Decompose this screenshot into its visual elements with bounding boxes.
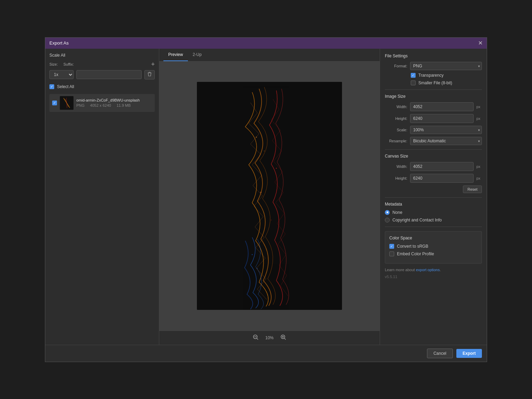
image-scale-select[interactable]: 100% 200% 50%	[410, 126, 482, 134]
format-select[interactable]: PNG JPEG GIF SVG WebP	[410, 62, 482, 70]
smaller-file-checkbox[interactable]	[411, 80, 416, 85]
embed-profile-checkbox[interactable]	[389, 251, 394, 256]
cancel-button[interactable]: Cancel	[427, 349, 453, 358]
image-height-label: Height:	[385, 116, 407, 121]
file-meta: PNG 4052 x 6240 11.9 MB	[76, 103, 152, 107]
divider-4	[385, 227, 482, 227]
zoom-in-icon	[280, 334, 286, 341]
svg-line-13	[257, 339, 258, 340]
smaller-file-label: Smaller File (8-bit)	[418, 80, 452, 85]
file-item: ✓ omid-armin-ZxCoF_d9BWU-unsplash PNG 40…	[49, 94, 155, 112]
left-panel: Scale All Size: Suffix: + 1x 2x 3x	[45, 49, 159, 345]
image-width-row: Width: px	[385, 102, 482, 111]
canvas-height-px: px	[476, 176, 482, 180]
divider-2	[385, 149, 482, 150]
canvas-width-row: Width: px	[385, 162, 482, 171]
copyright-radio-row: Copyright and Contact Info	[385, 218, 482, 222]
canvas-width-px: px	[476, 164, 482, 169]
image-scale-label: Scale:	[385, 128, 407, 132]
right-panel: File Settings Format: PNG JPEG GIF SVG W…	[380, 49, 487, 345]
canvas-height-row: Height: px	[385, 174, 482, 183]
resample-select[interactable]: Bicubic Automatic Bilinear Preserve Deta…	[410, 137, 482, 145]
center-panel: Preview 2-Up	[159, 49, 380, 345]
suffix-label: Suffix:	[63, 62, 74, 66]
export-dialog: Export As ✕ Scale All Size: Suffix: + 1x…	[45, 37, 487, 362]
svg-rect-4	[197, 82, 342, 310]
select-all-row: ✓ Select All	[49, 84, 155, 89]
convert-srgb-checkbox[interactable]: ✓	[389, 244, 394, 249]
zoom-level: 10%	[263, 335, 276, 340]
format-label: Format:	[385, 64, 407, 68]
learn-more-text: Learn more about	[385, 268, 416, 272]
file-info: omid-armin-ZxCoF_d9BWU-unsplash PNG 4052…	[76, 98, 152, 107]
size-suffix-row: Size: Suffix: +	[49, 61, 155, 67]
suffix-input[interactable]	[76, 70, 142, 79]
svg-point-10	[252, 254, 253, 255]
canvas-height-input[interactable]	[410, 174, 474, 183]
export-button[interactable]: Export	[456, 349, 482, 358]
export-options-link[interactable]: export options	[416, 268, 440, 272]
copyright-radio[interactable]	[385, 218, 390, 222]
zoom-out-icon	[253, 334, 259, 341]
close-button[interactable]: ✕	[478, 40, 483, 46]
image-width-input[interactable]	[410, 102, 474, 111]
select-all-label: Select All	[57, 84, 74, 89]
image-width-px: px	[476, 105, 482, 109]
preview-area	[159, 61, 380, 331]
canvas-height-label: Height:	[385, 176, 407, 180]
image-height-row: Height: px	[385, 114, 482, 123]
transparency-checkbox[interactable]: ✓	[411, 73, 416, 78]
file-format: PNG	[76, 103, 85, 107]
format-row: Format: PNG JPEG GIF SVG WebP ▾	[385, 62, 482, 70]
zoom-out-button[interactable]	[251, 334, 260, 342]
scale-select[interactable]: 1x 2x 3x	[49, 70, 74, 79]
period: .	[440, 268, 441, 272]
size-label: Size:	[49, 62, 58, 66]
bottom-bar: Cancel Export	[45, 345, 487, 362]
image-size-title: Image Size	[385, 94, 482, 99]
dialog-title: Export As	[49, 40, 69, 46]
svg-point-8	[276, 168, 277, 169]
image-scale-row: Scale: 100% 200% 50% ▾	[385, 126, 482, 134]
title-bar: Export As ✕	[45, 38, 487, 49]
resample-label: Resample:	[385, 139, 407, 143]
zoom-bar: 10%	[159, 331, 380, 345]
file-dimensions: 4052 x 6240	[90, 103, 111, 107]
image-width-label: Width:	[385, 105, 407, 109]
canvas-size-title: Canvas Size	[385, 154, 482, 159]
reset-button[interactable]: Reset	[463, 186, 482, 193]
copyright-label: Copyright and Contact Info	[392, 218, 442, 222]
convert-srgb-row: ✓ Convert to sRGB	[389, 244, 477, 249]
tab-preview[interactable]: Preview	[163, 49, 188, 61]
dialog-content: Scale All Size: Suffix: + 1x 2x 3x	[45, 49, 487, 345]
none-radio[interactable]	[385, 210, 390, 215]
image-height-input[interactable]	[410, 114, 474, 123]
select-all-checkbox[interactable]: ✓	[49, 84, 54, 89]
version-text: v5.5.11	[385, 275, 482, 279]
svg-line-16	[285, 339, 286, 340]
color-space-section: Color Space ✓ Convert to sRGB Embed Colo…	[385, 231, 482, 264]
divider-1	[385, 89, 482, 90]
svg-point-11	[257, 268, 258, 269]
file-checkbox[interactable]: ✓	[52, 101, 57, 105]
learn-more-row: Learn more about export options.	[385, 268, 482, 272]
scale-all-label: Scale All	[49, 53, 155, 58]
file-settings-title: File Settings	[385, 54, 482, 58]
scale-select-wrapper: 100% 200% 50% ▾	[410, 126, 482, 134]
tabs-bar: Preview 2-Up	[159, 49, 380, 61]
add-size-button[interactable]: +	[151, 61, 155, 67]
preview-image	[197, 82, 342, 310]
transparency-row: ✓ Transparency	[411, 73, 482, 78]
zoom-in-button[interactable]	[279, 334, 287, 342]
none-radio-row: None	[385, 210, 482, 215]
scale-controls: 1x 2x 3x	[49, 70, 155, 79]
embed-profile-row: Embed Color Profile	[389, 251, 477, 256]
tab-2up[interactable]: 2-Up	[188, 49, 207, 61]
resample-row: Resample: Bicubic Automatic Bilinear Pre…	[385, 137, 482, 145]
embed-profile-label: Embed Color Profile	[397, 251, 434, 256]
canvas-width-input[interactable]	[410, 162, 474, 171]
resample-select-wrapper: Bicubic Automatic Bilinear Preserve Deta…	[410, 137, 482, 145]
delete-button[interactable]	[144, 70, 155, 79]
none-label: None	[392, 210, 402, 215]
transparency-label: Transparency	[418, 73, 444, 78]
